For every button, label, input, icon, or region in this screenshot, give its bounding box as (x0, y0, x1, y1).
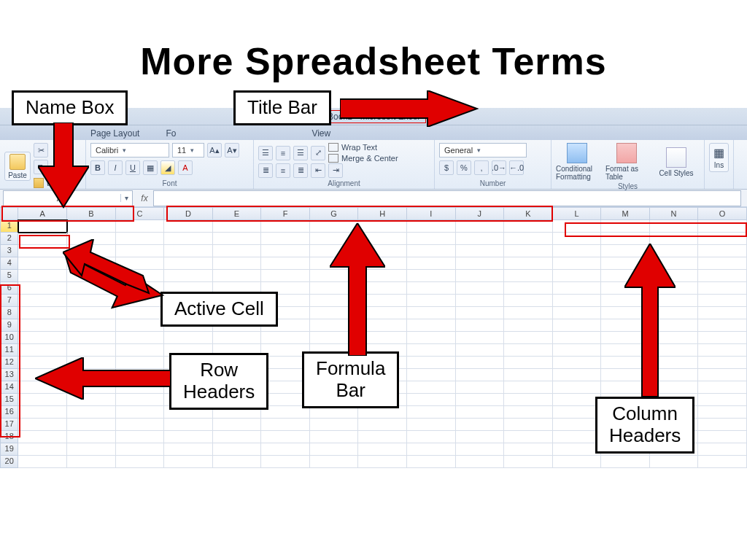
cell-A7[interactable] (18, 295, 67, 307)
cell-J9[interactable] (456, 319, 505, 332)
cell-C19[interactable] (116, 443, 165, 456)
cell-K12[interactable] (504, 357, 553, 369)
cell-E2[interactable] (213, 233, 262, 245)
column-header-K[interactable]: K (504, 207, 553, 220)
cell-I1[interactable] (407, 220, 456, 233)
cell-M6[interactable] (601, 282, 650, 295)
borders-icon[interactable]: ▦ (143, 160, 158, 175)
cell-O4[interactable] (698, 257, 747, 270)
cell-N10[interactable] (650, 332, 699, 344)
cell-H18[interactable] (358, 431, 407, 443)
cell-O10[interactable] (698, 332, 747, 344)
cell-N11[interactable] (650, 344, 699, 357)
cell-N2[interactable] (650, 233, 699, 245)
cell-J12[interactable] (456, 357, 505, 369)
format-painter[interactable]: t Painter (34, 176, 77, 190)
cell-M13[interactable] (601, 369, 650, 381)
column-header-E[interactable]: E (213, 207, 262, 220)
tab-page-layout[interactable]: Page Layout (88, 127, 142, 140)
cell-C2[interactable] (116, 233, 165, 245)
cell-H7[interactable] (358, 295, 407, 307)
font-color-icon[interactable]: A (178, 160, 193, 175)
cell-F3[interactable] (261, 245, 310, 257)
cell-B19[interactable] (67, 443, 116, 456)
cell-A1[interactable] (18, 220, 67, 233)
column-header-F[interactable]: F (261, 207, 310, 220)
cell-M20[interactable] (601, 456, 650, 468)
row-header-13[interactable]: 13 (0, 369, 18, 381)
cell-H20[interactable] (358, 456, 407, 468)
cell-I16[interactable] (407, 406, 456, 419)
cell-L13[interactable] (553, 369, 602, 381)
column-header-G[interactable]: G (310, 207, 359, 220)
cell-B2[interactable] (67, 233, 116, 245)
cell-K6[interactable] (504, 282, 553, 295)
cell-J2[interactable] (456, 233, 505, 245)
cell-L16[interactable] (553, 406, 602, 419)
cell-M14[interactable] (601, 381, 650, 394)
cell-J8[interactable] (456, 307, 505, 319)
cell-M10[interactable] (601, 332, 650, 344)
column-header-L[interactable]: L (553, 207, 602, 220)
cell-O13[interactable] (698, 369, 747, 381)
cell-J4[interactable] (456, 257, 505, 270)
align-top-icon[interactable]: ☰ (258, 146, 273, 160)
cell-G19[interactable] (310, 443, 359, 456)
cell-I6[interactable] (407, 282, 456, 295)
cell-M7[interactable] (601, 295, 650, 307)
cell-K8[interactable] (504, 307, 553, 319)
cell-J14[interactable] (456, 381, 505, 394)
currency-button[interactable]: $ (439, 160, 454, 175)
cell-O11[interactable] (698, 344, 747, 357)
cell-N14[interactable] (650, 381, 699, 394)
cell-I9[interactable] (407, 319, 456, 332)
cell-H4[interactable] (358, 257, 407, 270)
cell-K7[interactable] (504, 295, 553, 307)
align-bot-icon[interactable]: ☰ (293, 146, 308, 160)
cell-A16[interactable] (18, 406, 67, 419)
cell-A18[interactable] (18, 431, 67, 443)
orientation-icon[interactable]: ⤢ (311, 146, 325, 160)
cell-I4[interactable] (407, 257, 456, 270)
cell-K11[interactable] (504, 344, 553, 357)
cell-O16[interactable] (698, 406, 747, 419)
cell-K15[interactable] (504, 394, 553, 406)
row-header-16[interactable]: 16 (0, 406, 18, 419)
cell-H5[interactable] (358, 270, 407, 282)
row-header-8[interactable]: 8 (0, 307, 18, 319)
column-headers[interactable]: ABCDEFGHIJKLMNO (0, 207, 747, 220)
cell-N8[interactable] (650, 307, 699, 319)
italic-button[interactable]: I (108, 160, 123, 175)
cell-I5[interactable] (407, 270, 456, 282)
cell-I15[interactable] (407, 394, 456, 406)
row-header-2[interactable]: 2 (0, 233, 18, 245)
cell-L19[interactable] (553, 443, 602, 456)
shrink-font-icon[interactable]: A▾ (225, 143, 239, 158)
cell-L1[interactable] (553, 220, 602, 233)
cell-I20[interactable] (407, 456, 456, 468)
cell-B12[interactable] (67, 357, 116, 369)
column-header-O[interactable]: O (698, 207, 747, 220)
cell-O12[interactable] (698, 357, 747, 369)
cell-J19[interactable] (456, 443, 505, 456)
cell-B1[interactable] (67, 220, 116, 233)
row-header-9[interactable]: 9 (0, 319, 18, 332)
cell-I17[interactable] (407, 419, 456, 431)
cell-A9[interactable] (18, 319, 67, 332)
column-header-H[interactable]: H (358, 207, 407, 220)
cell-K3[interactable] (504, 245, 553, 257)
column-header-A[interactable]: A (18, 207, 67, 220)
dec-indent-icon[interactable]: ⇤ (311, 163, 325, 178)
name-box-dropdown-icon[interactable]: ▾ (120, 194, 132, 202)
cell-A4[interactable] (18, 257, 67, 270)
cell-A3[interactable] (18, 245, 67, 257)
cell-O3[interactable] (698, 245, 747, 257)
cell-I8[interactable] (407, 307, 456, 319)
cell-B8[interactable] (67, 307, 116, 319)
cell-H1[interactable] (358, 220, 407, 233)
cell-I7[interactable] (407, 295, 456, 307)
cell-E17[interactable] (213, 419, 262, 431)
cell-C15[interactable] (116, 394, 165, 406)
cell-N13[interactable] (650, 369, 699, 381)
cell-O7[interactable] (698, 295, 747, 307)
